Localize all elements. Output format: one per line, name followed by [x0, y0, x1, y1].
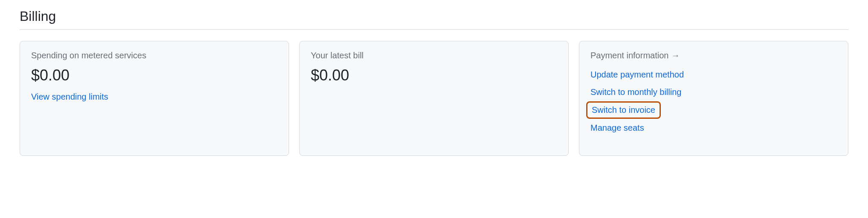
switch-to-invoice-link[interactable]: Switch to invoice — [586, 101, 661, 119]
payment-information-link[interactable]: Payment information → — [590, 51, 680, 60]
payment-info-card: Payment information → Update payment met… — [579, 41, 848, 156]
view-spending-limits-link[interactable]: View spending limits — [31, 92, 108, 102]
spending-heading: Spending on metered services — [31, 51, 278, 60]
update-payment-method-link[interactable]: Update payment method — [590, 66, 684, 83]
spending-amount: $0.00 — [31, 66, 278, 84]
page-title: Billing — [20, 9, 848, 29]
title-divider — [20, 29, 848, 30]
latest-bill-heading: Your latest bill — [311, 51, 557, 60]
manage-seats-link[interactable]: Manage seats — [590, 120, 644, 136]
billing-cards-row: Spending on metered services $0.00 View … — [20, 41, 848, 156]
payment-info-links: Update payment method Switch to monthly … — [590, 66, 837, 136]
switch-monthly-billing-link[interactable]: Switch to monthly billing — [590, 84, 681, 100]
payment-info-heading-text: Payment information — [590, 51, 668, 60]
latest-bill-amount: $0.00 — [311, 66, 557, 84]
arrow-right-icon: → — [671, 51, 680, 60]
latest-bill-card: Your latest bill $0.00 — [299, 41, 569, 156]
spending-card: Spending on metered services $0.00 View … — [20, 41, 289, 156]
